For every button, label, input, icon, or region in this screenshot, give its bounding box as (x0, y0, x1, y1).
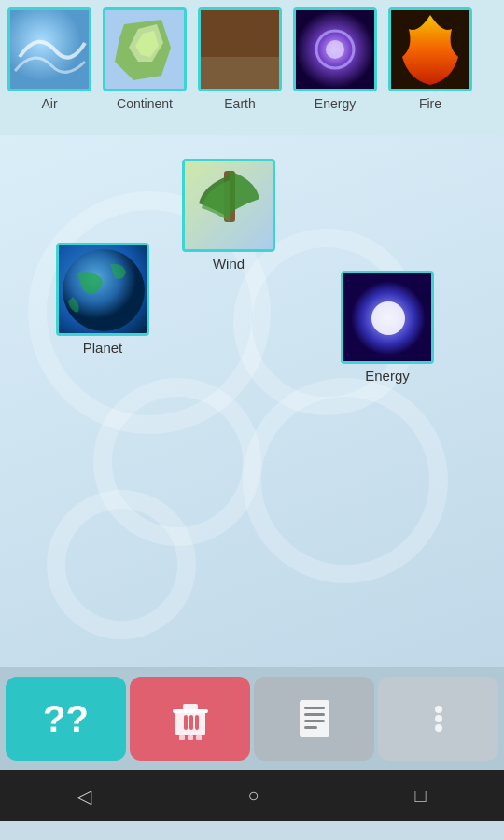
question-button[interactable]: ?? (6, 677, 126, 761)
element-thumb-air (7, 7, 91, 91)
placed-item-planet[interactable]: Planet (56, 243, 149, 356)
svg-rect-28 (304, 707, 325, 709)
element-thumb-earth (198, 7, 282, 91)
svg-rect-31 (304, 726, 317, 729)
svg-point-33 (435, 715, 442, 722)
svg-rect-25 (188, 735, 193, 740)
placed-label-energy2: Energy (365, 368, 410, 384)
element-card-air[interactable]: Air (4, 7, 95, 111)
placed-label-wind: Wind (213, 256, 245, 272)
svg-rect-23 (195, 715, 199, 730)
element-label-fire: Fire (419, 96, 441, 111)
element-thumb-fire (388, 7, 472, 91)
element-bar: AirContinentEarthEnergyFire (0, 0, 504, 135)
element-label-earth: Earth (224, 96, 255, 111)
svg-rect-0 (10, 10, 89, 89)
svg-rect-21 (184, 715, 188, 730)
svg-rect-22 (189, 715, 193, 730)
element-thumb-energy (293, 7, 377, 91)
svg-point-34 (435, 724, 442, 732)
element-label-air: Air (41, 96, 57, 111)
placed-thumb-wind (182, 159, 275, 252)
element-card-energy[interactable]: Energy (289, 7, 381, 111)
element-label-continent: Continent (117, 96, 173, 111)
element-label-energy: Energy (315, 96, 356, 111)
canvas-area: WindPlanetEnergy (0, 135, 504, 667)
placed-item-wind[interactable]: Wind (182, 159, 275, 272)
element-thumb-continent (103, 7, 187, 91)
element-card-continent[interactable]: Continent (99, 7, 190, 111)
svg-rect-26 (196, 735, 202, 740)
placed-label-planet: Planet (83, 340, 123, 356)
recent-button[interactable]: □ (414, 785, 426, 806)
svg-rect-29 (304, 713, 325, 716)
more-button[interactable] (378, 677, 498, 761)
placed-thumb-energy2 (341, 271, 434, 364)
svg-point-14 (63, 249, 145, 331)
svg-rect-6 (201, 57, 279, 89)
svg-point-10 (326, 40, 344, 59)
element-card-fire[interactable]: Fire (385, 7, 476, 111)
notes-button[interactable] (254, 677, 374, 761)
svg-rect-7 (201, 10, 279, 57)
bottom-toolbar: ?? (0, 667, 504, 770)
svg-point-17 (371, 301, 405, 335)
svg-point-32 (435, 706, 442, 713)
svg-rect-24 (179, 735, 185, 740)
svg-rect-27 (300, 700, 329, 737)
nav-bar: ◁ ○ □ (0, 770, 504, 821)
svg-rect-19 (183, 704, 198, 710)
home-button[interactable]: ○ (247, 785, 259, 806)
placed-item-energy2[interactable]: Energy (341, 271, 434, 384)
placed-thumb-planet (56, 243, 149, 336)
delete-button[interactable] (130, 677, 250, 761)
svg-rect-20 (173, 709, 208, 713)
svg-rect-30 (304, 720, 325, 722)
element-card-earth[interactable]: Earth (194, 7, 286, 111)
back-button[interactable]: ◁ (77, 785, 91, 807)
